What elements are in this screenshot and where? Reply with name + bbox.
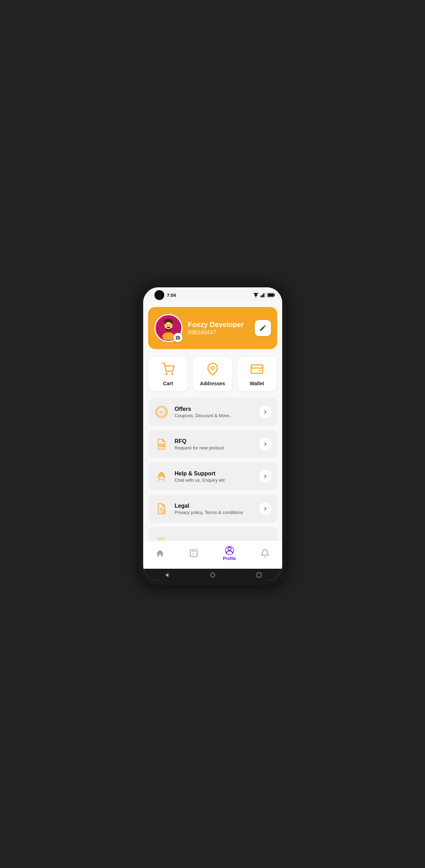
- svg-rect-32: [163, 476, 165, 478]
- svg-text:NEW: NEW: [160, 445, 164, 447]
- edit-profile-button[interactable]: [255, 320, 271, 336]
- legal-menu-item[interactable]: Legal Privacy policy, Terms & conditions: [148, 495, 277, 523]
- svg-marker-1: [253, 293, 258, 295]
- rfq-icon: NEW: [155, 438, 168, 451]
- nav-profile[interactable]: Profile: [217, 544, 241, 562]
- rfq-title: RFQ: [175, 438, 253, 445]
- svg-point-21: [211, 367, 214, 370]
- status-bar: 7:04: [143, 287, 282, 301]
- camera-icon: [175, 335, 180, 340]
- chevron-right-icon: [263, 506, 268, 512]
- offers-menu-item[interactable]: % Offers Coupons, Discount & More..: [148, 398, 277, 426]
- help-subtitle: Chat with us, Enquiry etc: [175, 478, 253, 483]
- phone-frame: 7:04: [139, 283, 286, 585]
- cart-icon: [162, 363, 174, 377]
- nav-orders[interactable]: [184, 547, 204, 559]
- profile-name: Foezy Developer: [188, 321, 249, 329]
- svg-rect-23: [259, 370, 261, 371]
- svg-rect-8: [274, 294, 275, 296]
- wallet-icon: [251, 363, 263, 377]
- profile-nav-icon: [225, 546, 234, 555]
- rfq-icon-wrap: NEW: [154, 436, 169, 452]
- profile-card: Foezy Developer 898240447: [148, 307, 277, 349]
- status-left: 7:04: [150, 290, 176, 300]
- bell-icon: [260, 549, 270, 558]
- screen-content: Foezy Developer 898240447: [143, 301, 282, 540]
- addresses-icon: [206, 363, 219, 377]
- battery-icon: [267, 293, 275, 298]
- android-nav-bar: [143, 569, 282, 581]
- partial-icon-wrap: [154, 533, 169, 540]
- svg-rect-3: [260, 296, 261, 298]
- legal-title: Legal: [175, 503, 253, 509]
- wallet-action[interactable]: Wallet: [237, 356, 277, 392]
- help-icon-wrap: [154, 469, 169, 484]
- svg-rect-9: [268, 294, 273, 296]
- profile-phone: 898240447: [188, 329, 249, 336]
- offers-title: Offers: [175, 406, 253, 412]
- avatar-wrap: [154, 314, 182, 342]
- svg-point-16: [166, 325, 167, 326]
- svg-point-2: [255, 297, 256, 298]
- help-arrow: [259, 470, 272, 483]
- camera-badge[interactable]: [173, 333, 182, 342]
- help-menu-item[interactable]: Help & Support Chat with us, Enquiry etc: [148, 462, 277, 490]
- svg-rect-31: [158, 476, 159, 478]
- svg-point-43: [211, 573, 215, 577]
- svg-rect-4: [262, 294, 263, 297]
- back-button[interactable]: [160, 572, 173, 579]
- offers-arrow: [259, 406, 272, 418]
- help-title: Help & Support: [175, 470, 253, 477]
- offers-subtitle: Coupons, Discount & More..: [175, 413, 253, 418]
- legal-icon-wrap: [154, 501, 169, 516]
- nav-home[interactable]: [150, 547, 170, 559]
- orders-icon: [189, 549, 198, 558]
- partial-menu-item[interactable]: [148, 527, 277, 540]
- cart-action[interactable]: Cart: [148, 356, 188, 392]
- cart-label: Cart: [163, 381, 173, 386]
- svg-point-40: [228, 547, 231, 550]
- offers-text: Offers Coupons, Discount & More..: [175, 406, 253, 418]
- profile-nav-label: Profile: [223, 556, 236, 561]
- rfq-menu-item[interactable]: NEW RFQ Request for new product: [148, 430, 277, 458]
- chevron-right-icon: [263, 474, 268, 479]
- status-icons: [253, 293, 275, 298]
- status-time: 7:04: [167, 293, 176, 298]
- svg-rect-22: [251, 365, 263, 373]
- edit-icon: [259, 324, 267, 332]
- svg-point-17: [170, 325, 171, 326]
- svg-text:%: %: [159, 410, 162, 414]
- addresses-action[interactable]: Addresses: [192, 356, 233, 392]
- recents-button[interactable]: [253, 572, 265, 579]
- rfq-text: RFQ Request for new product: [175, 438, 253, 450]
- svg-rect-44: [257, 573, 261, 577]
- nav-notifications[interactable]: [255, 547, 275, 559]
- legal-arrow: [259, 502, 272, 515]
- signal-icon: [260, 293, 266, 298]
- svg-point-18: [167, 327, 170, 328]
- bottom-nav: Profile: [143, 540, 282, 569]
- camera-notch: [154, 290, 164, 300]
- partial-icon: [155, 534, 168, 540]
- addresses-label: Addresses: [200, 381, 225, 386]
- home-icon: [155, 549, 165, 558]
- svg-rect-6: [265, 293, 266, 298]
- legal-subtitle: Privacy policy, Terms & conditions: [175, 510, 253, 515]
- wallet-label: Wallet: [250, 381, 264, 386]
- wifi-icon: [253, 293, 259, 298]
- rfq-arrow: [259, 438, 272, 450]
- offers-icon: %: [155, 405, 168, 419]
- chevron-right-icon: [263, 409, 268, 415]
- rfq-subtitle: Request for new product: [175, 445, 253, 450]
- svg-rect-5: [263, 293, 264, 297]
- chevron-right-icon: [263, 441, 268, 447]
- svg-point-30: [160, 473, 162, 475]
- home-button[interactable]: [206, 572, 219, 579]
- quick-actions: Cart Addresses: [148, 356, 277, 392]
- legal-text: Legal Privacy policy, Terms & conditions: [175, 503, 253, 515]
- svg-marker-42: [165, 573, 168, 577]
- offers-icon-wrap: %: [154, 404, 169, 420]
- profile-info: Foezy Developer 898240447: [188, 321, 249, 336]
- svg-point-19: [166, 373, 167, 374]
- phone-screen: 7:04: [143, 287, 282, 581]
